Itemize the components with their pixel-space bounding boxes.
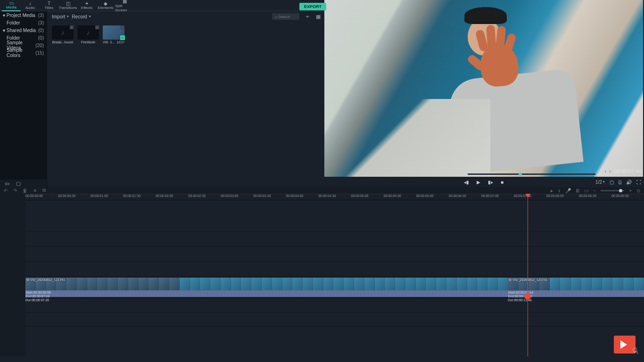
audio-badge-icon: ♪ [70, 25, 74, 29]
ruler-tick: 00:00:08:30 [579, 194, 596, 197]
sidebar-item-count: (0) [38, 35, 44, 41]
sidebar-item-count: (3) [38, 13, 44, 18]
playhead[interactable] [528, 194, 528, 356]
audio-icon: ♪ [61, 29, 65, 36]
tab-label: Media [6, 5, 17, 9]
tab-titles[interactable]: TTitles [40, 0, 58, 11]
panel-tabs: ▭Media♪AudioTTitles◫Transitions✦Effects◆… [0, 0, 323, 11]
timeline-ruler[interactable]: 00:00:00:0000:00:00:3000:00:01:0000:00:0… [25, 194, 644, 200]
video-track-3[interactable]: ▭👁🔒 [25, 231, 644, 247]
ruler-tick: 00:00:07:00 [481, 194, 499, 197]
mixer-icon[interactable]: ≣ [576, 188, 579, 193]
elements-icon: ◆ [103, 1, 108, 6]
sidebar-item-count: (15) [35, 50, 44, 56]
next-frame-icon[interactable]: › [609, 168, 611, 174]
sidebar-item-label: ▾ Shared Media [3, 28, 36, 33]
ruler-tick: 00:00:04:30 [318, 194, 336, 197]
prev-frame-icon[interactable]: ‹ [605, 168, 607, 174]
fullscreen-icon[interactable]: ⛶ [636, 180, 641, 185]
media-bar: Import ▾ Record ▾ ⌕ ⫧ ▦ [47, 11, 323, 22]
ruler-tick: 00:00:08:00 [546, 194, 564, 197]
folder-icon: ▭ [8, 0, 14, 5]
import-button[interactable]: Import ▾ [52, 14, 69, 19]
zoom-slider[interactable] [601, 190, 624, 191]
sidebar-item-sample-colors-5[interactable]: Sample Colors(15) [0, 49, 47, 57]
cut-icon[interactable]: ✕ [33, 188, 37, 193]
zoom-out-icon[interactable]: − [593, 188, 596, 193]
tab-label: Split Screen [115, 4, 134, 12]
audio-icon: ♪ [87, 29, 90, 36]
tab-label: Transitions [59, 6, 77, 10]
transitions-icon: ◫ [65, 1, 71, 6]
clip-title: ⊞ VID_20200812_121741 [26, 278, 65, 282]
new-folder-icon[interactable]: ▭ [5, 181, 9, 187]
audio-track-1[interactable]: ♪🔈🔒 [25, 298, 644, 313]
audio-track-2[interactable]: ♪🔈🔒 [25, 313, 644, 327]
record-button[interactable]: Record ▾ [72, 14, 91, 19]
tab-label: Effects [81, 6, 92, 10]
zoom-fit-icon[interactable]: ⊙ [636, 188, 640, 193]
volume-icon[interactable]: 🔊 [626, 180, 632, 185]
titles-icon: T [46, 1, 52, 6]
tab-effects[interactable]: ✦Effects [77, 0, 96, 11]
sidebar-item-count: (0) [38, 28, 44, 33]
stop-icon[interactable]: ■ [501, 180, 504, 185]
media-thumb-0[interactable]: ♪♪Breaki...hoosh [52, 25, 74, 44]
sidebar-item-count: (20) [35, 43, 44, 48]
sidebar-item-label: Folder [7, 20, 20, 25]
search-input[interactable]: ⌕ [272, 13, 299, 20]
media-thumb-2[interactable]: ♪✓VID_2..._121741 [103, 25, 124, 44]
timeline-clip[interactable]: ⊞ VID_20200812_121741 [25, 278, 508, 297]
tab-label: Elements [98, 6, 113, 10]
tab-elements[interactable]: ◆Elements [96, 0, 115, 11]
redo-icon[interactable]: ↷ [13, 188, 17, 193]
sidebar-item-folder-1[interactable]: Folder(3) [0, 19, 47, 26]
tab-label: Titles [45, 6, 54, 10]
audio-badge-icon: ♪ [121, 25, 124, 29]
sidebar-item-label: Sample Colors [7, 48, 35, 58]
ruler-tick: 00:00:05:00 [351, 194, 369, 197]
filter-icon[interactable]: ⫧ [305, 14, 310, 19]
audio-badge-icon: ♪ [95, 25, 99, 29]
watermark-play-badge[interactable]: ☟ [614, 336, 636, 354]
ruler-tick: 00:00:05:30 [384, 194, 401, 197]
ruler-tick: 00:00:04:00 [286, 194, 303, 197]
zoom-in-icon[interactable]: + [629, 188, 632, 193]
sidebar-item-project-media-0[interactable]: ▾ Project Media(3) [0, 11, 47, 19]
search-icon: ⌕ [275, 14, 277, 19]
undo-icon[interactable]: ↶ [4, 188, 8, 193]
video-track-1[interactable]: ▭👁🔒 [25, 262, 644, 277]
tab-audio[interactable]: ♪Audio [21, 0, 40, 11]
marker-icon[interactable]: ⍿ [558, 188, 561, 193]
grid-view-icon[interactable]: ▦ [316, 14, 321, 20]
step-back-icon[interactable]: ◂▮ [464, 180, 469, 185]
folder-icon[interactable]: ▢ [16, 181, 21, 187]
crop-icon[interactable]: ⧉ [42, 188, 46, 193]
snapshot-icon[interactable]: ⌼ [619, 180, 621, 185]
play-icon[interactable]: ▶ [477, 180, 480, 185]
voice-icon[interactable]: 🎤 [565, 188, 571, 193]
preview-viewport[interactable] [324, 0, 643, 177]
track-spacer [25, 200, 644, 231]
main-video-track[interactable]: ▭👁🔒 ⊞ VID_20200812_121741Start:00:00:00:… [25, 277, 644, 298]
preview-scale[interactable]: 1/2 ▾ [595, 180, 605, 185]
sidebar-item-label: ▾ Project Media [3, 13, 35, 18]
quality-icon[interactable]: ▢ [610, 180, 614, 185]
preview-controls: ‹ › 00:00:07:44 ◂▮ ▶ ▮▸ ■ 1/2 ▾ ▢ ⌼ 🔊 ⛶ [323, 177, 644, 187]
tab-split-screen[interactable]: ▦Split Screen [115, 0, 134, 11]
sidebar-item-shared-media-2[interactable]: ▾ Shared Media(0) [0, 26, 47, 34]
media-thumb-1[interactable]: ♪♪FireWosh [77, 25, 99, 44]
render-icon[interactable]: ▸ [551, 188, 553, 193]
tab-media[interactable]: ▭Media [2, 0, 21, 11]
ratio-icon[interactable]: ▭ [584, 188, 588, 193]
preview-scrubber[interactable] [468, 173, 595, 175]
ruler-tick: 00:00:02:00 [156, 194, 173, 197]
step-forward-icon[interactable]: ▮▸ [488, 180, 493, 185]
media-thumbnails: ♪♪Breaki...hoosh♪♪FireWosh♪✓VID_2..._121… [47, 22, 323, 48]
thumb-name: Breaki...hoosh [52, 41, 74, 44]
video-track-2[interactable]: ▭👁🔒 [25, 247, 644, 262]
delete-icon[interactable]: 🗑 [23, 188, 27, 193]
media-sidebar: ▾ Project Media(3)Folder(3)▾ Shared Medi… [0, 11, 47, 180]
export-button[interactable]: EXPORT [299, 3, 326, 10]
tab-transitions[interactable]: ◫Transitions [58, 0, 77, 11]
